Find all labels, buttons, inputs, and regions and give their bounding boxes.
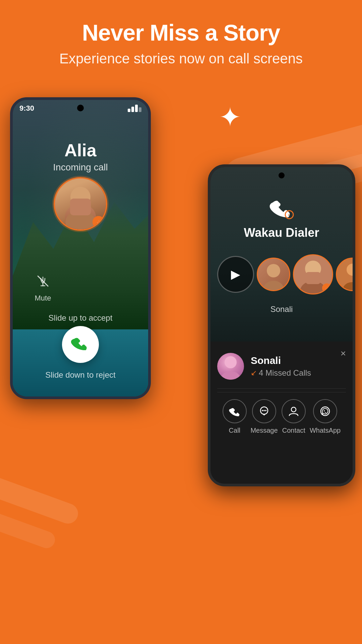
notification-person-svg — [217, 353, 244, 380]
message-icon-svg — [258, 406, 270, 417]
camera-notch-left — [77, 105, 84, 111]
action-call-button[interactable]: Call — [223, 399, 247, 434]
phone-right: › Wakau Dialer ▶ — [208, 164, 355, 500]
phone-left: 9:30 Alia Incoming call ⤢ — [10, 97, 151, 500]
story-expand-icon: ⤢ — [322, 283, 331, 293]
signal-bar-4 — [139, 107, 141, 112]
action-message-button[interactable]: Message — [250, 399, 278, 434]
svg-point-23 — [262, 410, 263, 411]
slide-reject-text: Slide down to reject — [13, 370, 148, 380]
stories-strip: ▶ ⤢ — [217, 248, 346, 301]
contact-icon-svg — [288, 406, 299, 417]
sparkle-icon: ✦ — [219, 104, 241, 131]
notification-contact-name: Sonali — [251, 355, 346, 366]
mute-svg — [36, 274, 50, 288]
svg-point-26 — [291, 407, 296, 412]
call-icon-svg — [229, 406, 240, 417]
story-item-featured[interactable]: ⤢ — [293, 254, 333, 294]
message-action-label: Message — [250, 427, 278, 434]
story-avatar-1 — [258, 259, 289, 290]
notification-missed-calls: ↙ 4 Missed Calls — [251, 368, 346, 378]
notification-avatar — [217, 353, 244, 380]
signal-bar-3 — [135, 105, 138, 112]
caller-avatar: ⤢ — [54, 177, 107, 231]
contact-action-label: Contact — [282, 427, 305, 434]
accept-call-icon — [71, 333, 90, 356]
whatsapp-action-label: WhatsApp — [310, 427, 341, 434]
action-buttons-row: Call Message — [217, 392, 346, 441]
story-avatar-2 — [337, 259, 355, 290]
missed-call-icon: ↙ — [251, 369, 257, 377]
svg-rect-13 — [306, 272, 320, 284]
whatsapp-icon-svg — [319, 406, 331, 417]
dialer-icon-area: › — [266, 194, 297, 224]
signal-bar-2 — [131, 107, 134, 112]
volume-down-btn — [354, 254, 355, 281]
action-whatsapp-button[interactable]: WhatsApp — [310, 399, 341, 434]
caller-name: Alia — [13, 140, 148, 160]
phone-left-frame: 9:30 Alia Incoming call ⤢ — [10, 97, 151, 399]
notification-card: × Sonali ↙ 4 Missed Calls — [210, 343, 353, 484]
phone-accept-svg — [71, 333, 90, 352]
mute-button[interactable]: Mute — [33, 271, 53, 303]
notification-avatar-image — [217, 353, 244, 380]
slide-accept-text: Slide up to accept — [13, 313, 148, 323]
svg-text:›: › — [288, 212, 290, 217]
call-action-icon — [223, 399, 247, 423]
svg-point-8 — [267, 264, 280, 277]
page-subtitle: Experience stories now on call screens — [0, 51, 362, 67]
call-action-label: Call — [229, 427, 240, 434]
message-action-icon — [252, 399, 276, 423]
page-title: Never Miss a Story — [0, 20, 362, 45]
svg-point-24 — [263, 410, 265, 411]
notification-info: Sonali ↙ 4 Missed Calls — [251, 355, 346, 378]
camera-notch-right — [279, 172, 285, 178]
mute-label: Mute — [35, 294, 51, 303]
play-icon: ▶ — [231, 267, 240, 281]
avatar-expand-button[interactable]: ⤢ — [93, 216, 105, 228]
svg-point-21 — [221, 371, 240, 380]
dialer-app-name: Wakau Dialer — [210, 226, 353, 240]
divider — [217, 388, 346, 389]
signal-indicator — [128, 105, 141, 112]
missed-calls-count: 4 Missed Calls — [259, 368, 311, 378]
story-item-1[interactable] — [257, 258, 290, 291]
whatsapp-action-icon — [313, 399, 337, 423]
signal-bar-1 — [128, 109, 130, 112]
dialer-phone-icon: › — [266, 194, 297, 224]
svg-point-9 — [263, 281, 284, 290]
phone-right-frame: › Wakau Dialer ▶ — [208, 164, 355, 486]
story-play[interactable]: ▶ — [217, 256, 254, 293]
svg-point-25 — [265, 410, 266, 411]
svg-rect-2 — [70, 199, 91, 215]
accept-call-button[interactable] — [62, 326, 99, 363]
caller-status: Incoming call — [13, 162, 148, 173]
volume-up-btn — [354, 221, 355, 248]
notification-close-button[interactable]: × — [341, 348, 346, 359]
svg-point-20 — [225, 356, 237, 368]
header-section: Never Miss a Story Experience stories no… — [0, 20, 362, 67]
action-contact-button[interactable]: Contact — [282, 399, 306, 434]
mute-icon — [33, 271, 53, 291]
notification-header: Sonali ↙ 4 Missed Calls — [217, 350, 346, 383]
story-person-name: Sonali — [210, 305, 353, 314]
story-item-2[interactable] — [336, 258, 355, 291]
contact-action-icon — [282, 399, 306, 423]
time-display: 9:30 — [19, 104, 34, 113]
expand-icon: ⤢ — [97, 219, 101, 225]
